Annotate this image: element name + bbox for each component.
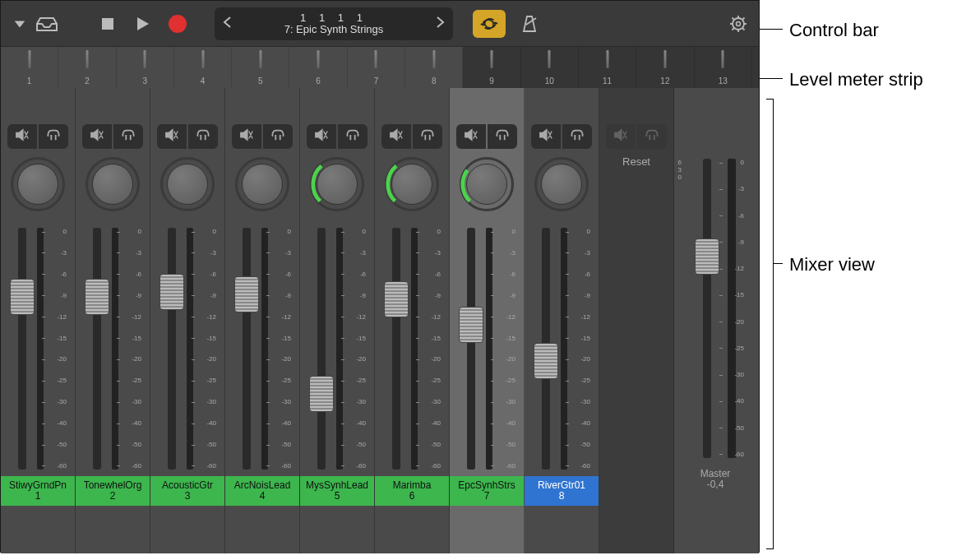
solo-button[interactable] bbox=[263, 124, 293, 149]
channel-strip-5[interactable]: 0-3-6-9-12-15-20-25-30-40-50-60MysSynhLe… bbox=[300, 88, 375, 553]
master-fader-cap[interactable] bbox=[695, 238, 719, 275]
play-button[interactable] bbox=[134, 16, 150, 32]
lcd-display[interactable]: 1 1 1 1 7: Epic Synth Strings bbox=[215, 7, 453, 40]
channel-label[interactable]: ArcNoisLead4 bbox=[225, 476, 299, 506]
solo-button[interactable] bbox=[562, 124, 592, 149]
fader-area: 0-3-6-9-12-15-20-25-30-40-50-60 bbox=[7, 221, 68, 476]
prev-patch-button[interactable] bbox=[223, 16, 233, 31]
next-patch-button[interactable] bbox=[435, 16, 445, 31]
channel-label[interactable]: MysSynhLead5 bbox=[300, 476, 374, 506]
meter-col-3[interactable]: 3 bbox=[117, 47, 174, 88]
meter-col-13[interactable]: 13 bbox=[695, 47, 752, 88]
solo-button[interactable] bbox=[113, 124, 143, 149]
cycle-button[interactable] bbox=[473, 10, 506, 38]
channel-label[interactable]: Marimba6 bbox=[375, 476, 449, 506]
master-fader-track[interactable] bbox=[703, 159, 711, 458]
fader-cap[interactable] bbox=[85, 279, 109, 315]
mute-button[interactable] bbox=[381, 124, 411, 149]
channel-strip-3[interactable]: 0-3-6-9-12-15-20-25-30-40-50-60AcousticG… bbox=[150, 88, 225, 553]
fader-cap[interactable] bbox=[534, 343, 558, 379]
pan-knob[interactable] bbox=[233, 155, 291, 213]
channel-strip-4[interactable]: 0-3-6-9-12-15-20-25-30-40-50-60ArcNoisLe… bbox=[225, 88, 300, 553]
metronome-button[interactable] bbox=[520, 15, 539, 33]
library-button[interactable] bbox=[35, 16, 58, 32]
reset-label[interactable]: Reset bbox=[622, 155, 650, 168]
fader-cap[interactable] bbox=[10, 279, 35, 315]
stop-button[interactable] bbox=[99, 16, 116, 32]
solo-button[interactable] bbox=[188, 124, 218, 149]
mute-solo-group bbox=[157, 124, 218, 149]
scale-ticks: 0-3-6-9-12-15-20-25-30-40-50-60 bbox=[346, 228, 366, 470]
channel-strip-7[interactable]: 0-3-6-9-12-15-20-25-30-40-50-60EpcSynhSt… bbox=[450, 88, 525, 553]
meter-col-1[interactable]: 1 bbox=[1, 47, 58, 88]
annotation-meter-strip: Level meter strip bbox=[789, 69, 923, 90]
fader-cap[interactable] bbox=[159, 274, 184, 310]
fader-cap[interactable] bbox=[459, 307, 483, 343]
headphones-icon bbox=[645, 128, 659, 145]
meter-col-10[interactable]: 10 bbox=[521, 47, 579, 88]
pan-knob[interactable] bbox=[84, 155, 141, 213]
pan-knob[interactable] bbox=[9, 155, 67, 213]
record-button[interactable] bbox=[169, 15, 187, 33]
tick-label: -15 bbox=[346, 335, 366, 342]
pan-knob[interactable] bbox=[533, 155, 590, 213]
meter-col-11[interactable]: 11 bbox=[579, 47, 636, 88]
channel-label[interactable]: RiverGtr018 bbox=[525, 476, 599, 506]
channel-label[interactable]: EpcSynhStrs7 bbox=[450, 476, 524, 506]
master-channel[interactable]: 6300-3-6-9-12-15-20-25-30-40-50-60Master… bbox=[674, 88, 756, 553]
meter-col-9[interactable]: 9 bbox=[463, 47, 520, 88]
fader-track[interactable] bbox=[18, 228, 26, 470]
metronome-icon bbox=[520, 15, 539, 33]
mute-button[interactable] bbox=[232, 124, 261, 149]
meter-col-12[interactable]: 12 bbox=[636, 47, 694, 88]
headphones-icon bbox=[196, 128, 210, 145]
fader-track[interactable] bbox=[168, 228, 176, 470]
channel-strip-1[interactable]: 0-3-6-9-12-15-20-25-30-40-50-60StiwyGrnd… bbox=[1, 88, 76, 553]
meter-number: 3 bbox=[117, 76, 173, 86]
mute-button[interactable] bbox=[456, 124, 486, 149]
channel-label[interactable]: TonewhelOrg2 bbox=[76, 476, 150, 506]
fader-track[interactable] bbox=[467, 228, 475, 470]
mute-button[interactable] bbox=[307, 124, 336, 149]
fader-cap[interactable] bbox=[234, 276, 259, 312]
tick-label: -3 bbox=[496, 249, 515, 257]
pan-knob[interactable] bbox=[159, 155, 216, 213]
fader-track[interactable] bbox=[243, 228, 251, 470]
fader-area: 0-3-6-9-12-15-20-25-30-40-50-60 bbox=[307, 221, 368, 476]
tick-label: -20 bbox=[421, 355, 441, 363]
fader-cap[interactable] bbox=[309, 376, 334, 412]
mute-button[interactable] bbox=[82, 124, 112, 149]
fader-track[interactable] bbox=[93, 228, 101, 470]
tick-label: -12 bbox=[196, 313, 216, 321]
mute-button[interactable] bbox=[7, 124, 37, 149]
settings-button[interactable] bbox=[729, 15, 747, 33]
fader-cap[interactable] bbox=[384, 281, 409, 317]
meter-col-4[interactable]: 4 bbox=[174, 47, 232, 88]
meter-col-2[interactable]: 2 bbox=[58, 47, 116, 88]
pan-knob[interactable] bbox=[383, 155, 441, 213]
meter-col-7[interactable]: 7 bbox=[348, 47, 405, 88]
disclosure-button[interactable] bbox=[12, 16, 27, 31]
channel-label[interactable]: StiwyGrndPn1 bbox=[1, 476, 75, 506]
solo-button[interactable] bbox=[488, 124, 517, 149]
channel-label[interactable]: AcousticGtr3 bbox=[150, 476, 224, 506]
fader-track[interactable] bbox=[392, 228, 400, 470]
fader-track[interactable] bbox=[317, 228, 326, 470]
tick-label: -30 bbox=[196, 398, 216, 405]
channel-strip-8[interactable]: 0-3-6-9-12-15-20-25-30-40-50-60RiverGtr0… bbox=[525, 88, 599, 553]
meter-col-6[interactable]: 6 bbox=[289, 47, 347, 88]
solo-button[interactable] bbox=[338, 124, 368, 149]
pan-knob[interactable] bbox=[458, 155, 515, 213]
channel-strip-6[interactable]: 0-3-6-9-12-15-20-25-30-40-50-60Marimba6 bbox=[375, 88, 450, 553]
channel-strip-2[interactable]: 0-3-6-9-12-15-20-25-30-40-50-60TonewhelO… bbox=[76, 88, 150, 553]
solo-button[interactable] bbox=[39, 124, 68, 149]
level-meter-strip[interactable]: 12345678910111213 bbox=[1, 47, 759, 88]
meter-col-5[interactable]: 5 bbox=[232, 47, 289, 88]
pan-knob[interactable] bbox=[308, 155, 366, 213]
channel-number: 6 bbox=[409, 491, 415, 502]
meter-col-8[interactable]: 8 bbox=[405, 47, 463, 88]
headphones-icon bbox=[345, 128, 360, 145]
mute-button[interactable] bbox=[531, 124, 561, 149]
solo-button[interactable] bbox=[413, 124, 442, 149]
mute-button[interactable] bbox=[157, 124, 187, 149]
